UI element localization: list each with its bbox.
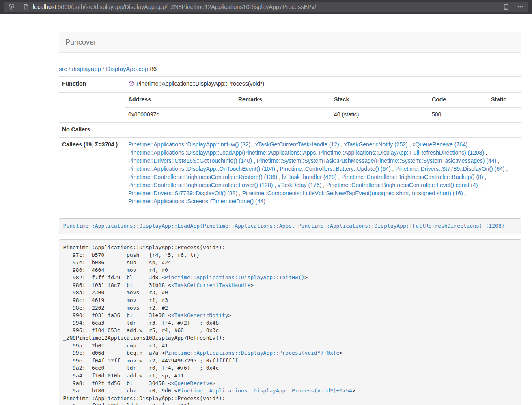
- callees-list: Pinetime::Applications::DisplayApp::Init…: [125, 137, 521, 209]
- page-container: Puncover src/displayapp/DisplayApp.cpp:8…: [59, 14, 521, 405]
- callee-link[interactable]: vTaskDelay (176): [278, 182, 321, 188]
- remarks-value: [235, 107, 331, 122]
- col-stack: Stack: [331, 93, 429, 107]
- callee-link[interactable]: Pinetime::Controllers::Battery::Update()…: [280, 166, 391, 172]
- callee-link[interactable]: Pinetime::Applications::DisplayApp::OnTo…: [128, 166, 275, 172]
- reader-mode-icon[interactable]: [502, 2, 510, 11]
- callee-link[interactable]: Pinetime::Components::LittleVgl::SetNewT…: [242, 190, 463, 196]
- url-host: localhost: [33, 4, 56, 10]
- more-menu-icon[interactable]: [516, 2, 525, 11]
- function-name: Pinetime::Applications::DisplayApp::Proc…: [136, 80, 264, 87]
- function-row: Function Pinetime::Applications::Display…: [59, 77, 521, 93]
- callee-link[interactable]: xTaskGetCurrentTaskHandle (12): [255, 141, 339, 148]
- callee-link[interactable]: Pinetime::Controllers::BrightnessControl…: [128, 182, 273, 188]
- breadcrumb-separator: /: [101, 65, 106, 72]
- toolbar-divider: [19, 4, 19, 10]
- callee-link[interactable]: Pinetime::Controllers::BrightnessControl…: [326, 182, 478, 188]
- breadcrumb-link-src[interactable]: src: [59, 65, 67, 72]
- callee-link[interactable]: Pinetime::Controllers::BrightnessControl…: [341, 174, 483, 180]
- breadcrumb: src/displayapp/DisplayApp.cpp:86: [59, 65, 521, 72]
- url-bar[interactable]: localhost:5000/path/src/displayapp/Displ…: [4, 2, 528, 12]
- shield-icon[interactable]: [7, 2, 16, 11]
- symbol-link[interactable]: xTaskGenericNotify: [171, 312, 228, 318]
- disassembly-block: Pinetime::Applications::DisplayApp::Proc…: [59, 239, 521, 405]
- stack-value: 40 (static): [331, 107, 429, 122]
- col-remarks: Remarks: [235, 93, 331, 107]
- code-value: 500: [429, 107, 488, 122]
- snippet-link[interactable]: Pinetime::Applications::DisplayApp::Load…: [63, 223, 505, 229]
- brand-link[interactable]: Puncover: [59, 38, 102, 47]
- callee-link[interactable]: lv_task_handler (420): [282, 174, 337, 180]
- callee-link[interactable]: Pinetime::Drivers::St7789::DisplayOn() (…: [395, 166, 504, 172]
- col-address: Address: [125, 93, 235, 107]
- no-callers-row: No Callers: [59, 122, 521, 137]
- function-label: Function: [59, 77, 125, 93]
- breadcrumb-link-file[interactable]: DisplayApp.cpp: [106, 65, 148, 72]
- col-static: Static: [488, 93, 521, 107]
- package-icon: [128, 80, 134, 89]
- static-value: [488, 107, 521, 122]
- function-name-cell: Pinetime::Applications::DisplayApp::Proc…: [125, 77, 521, 93]
- url-text: localhost:5000/path/src/displayapp/Displ…: [33, 4, 502, 10]
- callee-link[interactable]: Pinetime::Applications::DisplayApp::Load…: [128, 149, 484, 156]
- metrics-table: Address Remarks Stack Code Static 0x0000…: [125, 93, 521, 122]
- callee-link[interactable]: Pinetime::Drivers::St7789::DisplayOff() …: [128, 190, 237, 196]
- toolbar-divider: [513, 4, 513, 10]
- breadcrumb-link-displayapp[interactable]: displayapp: [72, 65, 101, 72]
- no-callers-cell: [125, 122, 521, 137]
- breadcrumb-separator: /: [67, 65, 72, 72]
- divider-rule: [59, 61, 521, 61]
- callees-label: Callees (19, Σ=3704 ): [59, 137, 125, 209]
- highlighted-snippet: Pinetime::Applications::DisplayApp::Load…: [59, 218, 521, 235]
- symbol-link[interactable]: Pinetime::Applications::DisplayApp::Proc…: [165, 350, 339, 356]
- function-info-table: Function Pinetime::Applications::Display…: [59, 76, 521, 209]
- no-callers-label: No Callers: [59, 122, 125, 137]
- symbol-link[interactable]: xTaskGetCurrentTaskHandle: [171, 282, 251, 288]
- callee-link[interactable]: xQueueReceive (764): [412, 141, 467, 148]
- navbar: Puncover: [59, 32, 521, 53]
- metrics-row-label: [59, 92, 125, 122]
- address-value: 0x0000097c: [125, 107, 235, 122]
- url-path: :5000/path/src/displayapp/DisplayApp.cpp…: [56, 4, 316, 10]
- symbol-link[interactable]: Pinetime::Applications::DisplayApp::Proc…: [177, 388, 352, 394]
- callees-row: Callees (19, Σ=3704 ) Pinetime::Applicat…: [59, 137, 521, 209]
- callee-link[interactable]: Pinetime::System::SystemTask::PushMessag…: [257, 157, 497, 164]
- metrics-row: Address Remarks Stack Code Static 0x0000…: [59, 92, 521, 122]
- metrics-value-row: 0x0000097c 40 (static) 500: [125, 107, 521, 122]
- callee-link[interactable]: Pinetime::Drivers::Cst816S::GetTouchInfo…: [128, 157, 252, 164]
- callee-link[interactable]: Pinetime::Applications::Screens::Timer::…: [128, 198, 265, 205]
- callee-link[interactable]: Pinetime::Applications::DisplayApp::Init…: [128, 141, 250, 148]
- callee-link[interactable]: xTaskGenericNotify (252): [344, 141, 407, 148]
- page-icon[interactable]: [22, 2, 30, 11]
- symbol-link[interactable]: xQueueReceive: [171, 380, 213, 386]
- callee-link[interactable]: Pinetime::Controllers::BrightnessControl…: [128, 174, 277, 180]
- breadcrumb-line-number: :86: [148, 65, 157, 72]
- metrics-header-row: Address Remarks Stack Code Static: [125, 93, 521, 107]
- symbol-link[interactable]: Pinetime::Applications::DisplayApp::Init…: [165, 274, 304, 280]
- col-code: Code: [429, 93, 488, 107]
- browser-toolbar: localhost:5000/path/src/displayapp/Displ…: [0, 0, 532, 14]
